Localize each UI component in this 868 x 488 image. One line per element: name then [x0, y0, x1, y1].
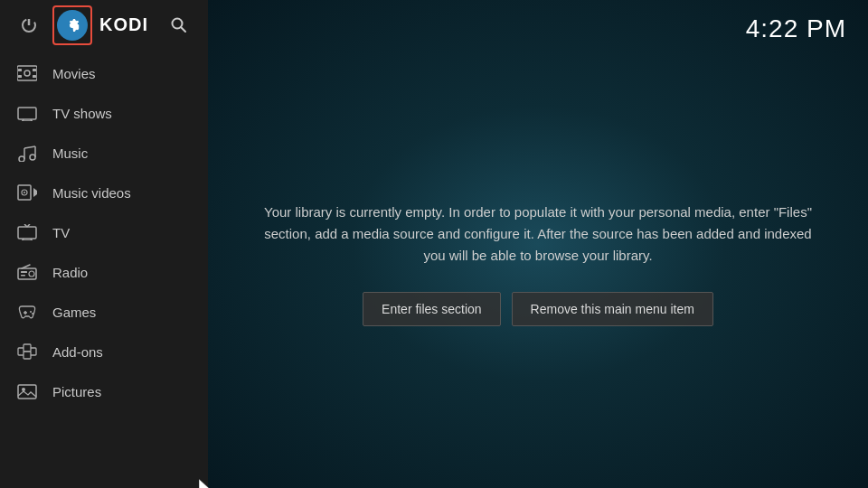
svg-rect-41: [24, 344, 31, 352]
svg-rect-33: [21, 275, 25, 277]
svg-rect-6: [18, 69, 22, 71]
music-icon: [16, 142, 38, 164]
sidebar: KODI Movies: [0, 0, 208, 488]
svg-line-19: [24, 146, 35, 148]
svg-point-15: [19, 156, 24, 162]
svg-rect-32: [21, 271, 27, 273]
tv-label: TV: [52, 225, 70, 240]
pictures-icon: [16, 380, 38, 402]
library-message: Your library is currently empty. In orde…: [262, 202, 814, 267]
svg-point-38: [32, 313, 33, 314]
remove-menu-item-button[interactable]: Remove this main menu item: [512, 292, 713, 326]
sidebar-item-pictures[interactable]: Pictures: [0, 371, 208, 411]
svg-rect-7: [33, 69, 36, 71]
tv-shows-label: TV shows: [52, 106, 112, 121]
music-videos-icon: [16, 182, 38, 203]
sidebar-item-tv[interactable]: TV: [0, 212, 208, 252]
svg-point-31: [29, 271, 34, 277]
action-buttons: Enter files section Remove this main men…: [363, 292, 713, 326]
svg-rect-9: [33, 75, 36, 78]
app-title: KODI: [99, 14, 148, 35]
sidebar-item-games[interactable]: Games: [0, 292, 208, 332]
games-label: Games: [52, 305, 96, 320]
svg-rect-43: [18, 385, 36, 399]
sidebar-header: KODI: [0, 0, 208, 50]
svg-rect-5: [17, 66, 37, 80]
movies-icon: [16, 62, 38, 84]
sidebar-item-radio[interactable]: Radio: [0, 252, 208, 292]
svg-rect-11: [18, 108, 36, 119]
sidebar-item-tv-shows[interactable]: TV shows: [0, 93, 208, 133]
movies-label: Movies: [52, 66, 96, 81]
svg-point-10: [24, 70, 30, 76]
settings-circle: [57, 10, 88, 41]
svg-rect-30: [18, 268, 36, 279]
svg-rect-24: [18, 227, 36, 239]
sidebar-item-movies[interactable]: Movies: [0, 53, 208, 93]
add-ons-icon: [16, 341, 38, 362]
radio-icon: [16, 261, 38, 283]
games-icon: [16, 301, 38, 323]
svg-point-37: [30, 311, 32, 313]
power-button[interactable]: [13, 9, 45, 42]
main-content: 4:22 PM Your library is currently empty.…: [208, 0, 868, 488]
tv-shows-icon: [16, 102, 38, 124]
music-label: Music: [52, 145, 88, 161]
radio-label: Radio: [52, 265, 88, 280]
svg-rect-8: [18, 75, 22, 78]
svg-line-4: [181, 27, 185, 32]
svg-point-16: [30, 155, 35, 160]
nav-menu: Movies TV shows: [0, 50, 208, 411]
content-area: Your library is currently empty. In orde…: [208, 58, 868, 488]
pictures-label: Pictures: [52, 384, 101, 399]
gear-icon: [63, 16, 81, 34]
sidebar-item-music-videos[interactable]: Music videos: [0, 173, 208, 212]
power-icon: [20, 16, 38, 34]
top-bar: 4:22 PM: [208, 0, 868, 58]
settings-button[interactable]: [52, 5, 92, 45]
enter-files-button[interactable]: Enter files section: [363, 292, 501, 326]
music-videos-label: Music videos: [52, 185, 131, 201]
tv-icon: [16, 221, 38, 243]
search-icon: [170, 16, 188, 34]
add-ons-label: Add-ons: [52, 344, 103, 360]
search-button[interactable]: [163, 9, 195, 42]
sidebar-item-music[interactable]: Music: [0, 133, 208, 173]
svg-point-23: [24, 192, 25, 193]
sidebar-item-add-ons[interactable]: Add-ons: [0, 332, 208, 371]
svg-rect-42: [24, 352, 31, 359]
clock-display: 4:22 PM: [746, 14, 846, 43]
svg-marker-21: [33, 188, 37, 197]
